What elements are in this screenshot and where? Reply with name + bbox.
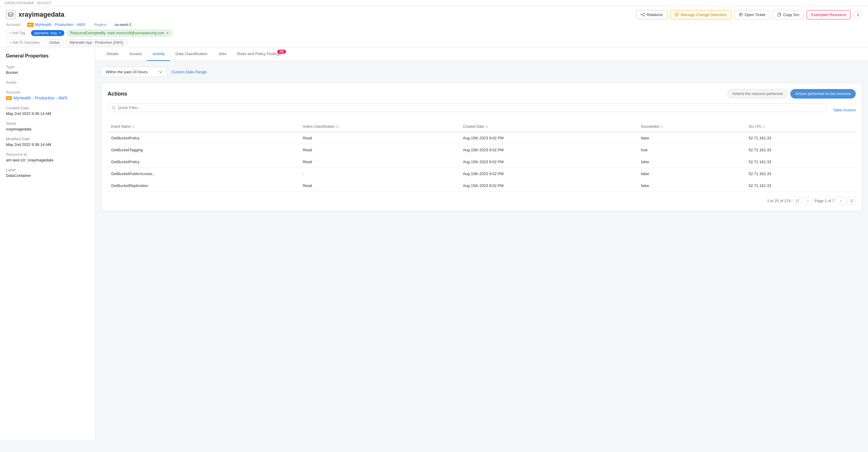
info-button[interactable]: ℹ (854, 10, 862, 19)
tab-details[interactable]: Details (101, 47, 124, 61)
cell-src-ips: 52.71.161.33 (745, 168, 856, 180)
cell-src-ips: 52.71.161.33 (745, 180, 856, 192)
col-src-ips-label: Src I Ps ☰ (749, 125, 765, 129)
tabs: Details Access Activity Data Classificat… (95, 47, 868, 61)
col-succeeded: Succeeded ☰ (638, 122, 745, 132)
filter-bar: Table Actions (107, 103, 856, 117)
svg-point-1 (641, 14, 642, 15)
col-succeeded-filter-icon[interactable]: ☰ (660, 125, 663, 128)
cell-event-name: GetBucketPolicy (107, 132, 299, 144)
pagination-last[interactable]: ⟩⟩ (847, 196, 856, 205)
svg-line-14 (114, 108, 115, 109)
quick-filter (107, 103, 827, 112)
cell-event-name: GetBucketPolicy (107, 156, 299, 168)
tag-exempted-by-key: ResourceExemptedBy (70, 31, 105, 35)
account-name: MyHealth - Production - AWS (35, 22, 86, 27)
date-filter[interactable]: Within the past 24 hours (101, 67, 167, 77)
tag-appname-value: xray (50, 31, 57, 35)
prop-resource-id: Resource Id arn:aws:s3:::xrayimagedata (6, 152, 89, 162)
manage-change-button[interactable]: Manage Change Detection (670, 10, 731, 19)
open-ticket-button[interactable]: Open Ticket (734, 10, 770, 19)
table-row[interactable]: GetBucketPolicy Read Aug 15th 2023 9:02 … (107, 132, 856, 144)
col-event-name-filter-icon[interactable]: ☰ (132, 125, 135, 128)
add-swimlane-button[interactable]: + Add To Swimlane (6, 39, 43, 46)
tab-access[interactable]: Access (124, 47, 147, 61)
prop-resource-id-label: Resource Id (6, 152, 89, 157)
btn-performed-by[interactable]: Actions this resource performed (727, 89, 788, 99)
tab-data-classification-label: Data Classification (176, 52, 208, 56)
btn-performed-on-label: Actions performed on this resource (795, 92, 851, 96)
swimlane-myhealth[interactable]: MyHealth App - Production [AWS] (66, 39, 127, 46)
tab-data-classification[interactable]: Data Classification (170, 47, 213, 61)
svg-point-0 (8, 12, 13, 14)
prop-name-value: xrayimagedata (6, 127, 89, 131)
cell-succeeded: false (638, 168, 745, 180)
pagination-page: Page 1 of 7 (815, 199, 835, 203)
tag-appname-key: appname (34, 31, 49, 35)
exempted-resource-button[interactable]: Exempted Resource (807, 10, 851, 19)
tab-risks[interactable]: Risks and Policy Findings 986 (232, 47, 286, 61)
pagination-summary: 1 to 25 of 174 (767, 199, 791, 203)
relations-button[interactable]: Relations (636, 10, 667, 19)
cell-action-classification: Read (299, 156, 459, 168)
account-label: Account: (6, 22, 21, 27)
swimlane-global[interactable]: Global (45, 39, 63, 46)
btn-performed-by-label: Actions this resource performed (733, 92, 783, 96)
table-row[interactable]: GetBucketTagging Read Aug 15th 2023 9:02… (107, 144, 856, 156)
tab-jobs[interactable]: Jobs (213, 47, 231, 61)
prop-modified-label: Modified Date (6, 137, 89, 141)
pagination: 1 to 25 of 174 ⟨⟨ ‹ Page 1 of 7 › ⟩⟩ (107, 196, 856, 205)
tab-details-label: Details (106, 52, 119, 56)
actions-card-header: Actions Actions this resource performed … (107, 89, 856, 99)
tag-exempted-by-close[interactable]: ✕ (166, 31, 169, 35)
cell-succeeded: false (638, 156, 745, 168)
prop-created-label: Created Date (6, 106, 89, 110)
add-tag-button[interactable]: + Add Tag (6, 30, 29, 36)
prop-label: Label DataContainer (6, 168, 89, 178)
btn-performed-on[interactable]: Actions performed on this resource (790, 89, 856, 99)
prop-label-value: DataContainer (6, 173, 89, 178)
tag-appname-close[interactable]: ✕ (58, 31, 61, 35)
account-link[interactable]: aws MyHealth - Production - AWS (27, 22, 86, 27)
pagination-next[interactable]: › (837, 196, 845, 205)
tab-risks-label: Risks and Policy Findings (237, 52, 281, 56)
sidebar-title: General Properties (6, 53, 89, 59)
prop-account-link[interactable]: aws MyHealth - Production - AWS (6, 96, 89, 100)
sidebar: General Properties Type Bucket Active Ac… (0, 47, 95, 440)
pagination-first[interactable]: ⟨⟨ (793, 196, 802, 205)
actions-title: Actions (107, 91, 127, 97)
cell-action-classification: Read (299, 180, 459, 192)
copy-srn-button[interactable]: Copy Srn (773, 10, 804, 19)
prop-modified: Modified Date May 2nd 2022 9:36:14 AM (6, 137, 89, 147)
custom-date-link[interactable]: Custom Date Range (172, 70, 207, 74)
cell-src-ips: 52.71.161.33 (745, 156, 856, 168)
svg-point-3 (644, 15, 645, 17)
resource-name: xrayimagedata (19, 11, 64, 19)
chevron-down-icon (159, 70, 162, 74)
col-src-ips-filter-icon[interactable]: ☰ (762, 125, 765, 128)
table-row[interactable]: GetBucketReplication Read Aug 15th 2023 … (107, 180, 856, 192)
pagination-prev[interactable]: ‹ (804, 196, 812, 205)
cell-action-classification: Read (299, 132, 459, 144)
date-filter-label: Within the past 24 hours (106, 70, 156, 74)
col-created-date: Created Date ☰ (459, 122, 638, 132)
action-type-buttons: Actions this resource performed Actions … (727, 89, 856, 99)
tags-row: + Add Tag appname xray ✕ ResourceExempte… (6, 30, 862, 36)
exempted-resource-label: Exempted Resource (811, 12, 846, 17)
table-row[interactable]: GetBucketPolicy Read Aug 15th 2023 9:02 … (107, 156, 856, 168)
relations-label: Relations (647, 12, 663, 17)
quick-filter-input[interactable] (118, 105, 823, 110)
table-actions-link[interactable]: Table Actions (827, 108, 856, 112)
main: Details Access Activity Data Classificat… (95, 47, 868, 440)
prop-modified-value: May 2nd 2022 9:36:14 AM (6, 142, 89, 147)
aws-logo: aws (27, 23, 34, 27)
tag-exempted-by-value: mark.moorcroft@sonraisecurity.com (107, 31, 164, 35)
col-created-date-filter-icon[interactable]: ☰ (485, 125, 488, 128)
resource-title: xrayimagedata (6, 10, 64, 19)
tab-activity[interactable]: Activity (147, 47, 170, 61)
col-action-classification-filter-icon[interactable]: ☰ (336, 125, 339, 128)
table-row[interactable]: GetBucketPublicAccess... - Aug 15th 2023… (107, 168, 856, 180)
prop-name-label: Name (6, 121, 89, 126)
resource-icon (6, 10, 16, 19)
region-label: Region: (94, 22, 107, 27)
